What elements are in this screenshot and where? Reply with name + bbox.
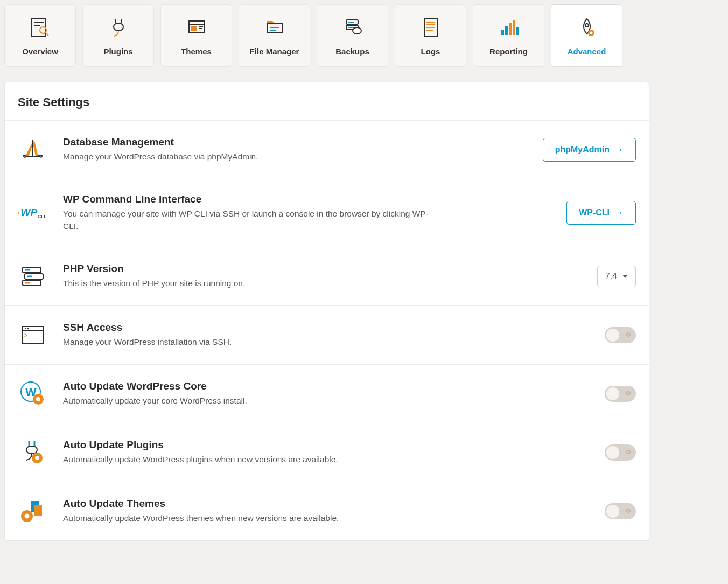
svg-rect-58 xyxy=(34,505,42,516)
button-label: phpMyAdmin xyxy=(555,145,610,155)
svg-rect-52 xyxy=(26,446,37,454)
row-auto-update-themes: Auto Update Themes Automatically update … xyxy=(5,482,649,540)
database-icon xyxy=(18,135,48,165)
row-desc: Manage your WordPress database via phpMy… xyxy=(63,150,440,163)
svg-text:WP: WP xyxy=(20,207,37,218)
toggle-knob xyxy=(606,505,619,518)
row-auto-update-plugins: Auto Update Plugins Automatically update… xyxy=(5,423,649,482)
tab-plugins[interactable]: Plugins xyxy=(82,4,154,67)
tab-backups[interactable]: Backups xyxy=(317,4,388,67)
svg-rect-29 xyxy=(516,27,519,35)
row-desc: Automatically update WordPress themes wh… xyxy=(63,512,440,524)
logs-icon xyxy=(419,16,443,39)
svg-text:>_: >_ xyxy=(24,332,31,338)
row-title: WP Command Line Interface xyxy=(63,193,551,205)
tab-label: Themes xyxy=(181,47,212,56)
svg-point-51 xyxy=(36,397,40,401)
main-tabs: Overview Plugins Themes xyxy=(4,4,724,67)
ssh-toggle[interactable] xyxy=(605,327,636,343)
row-desc: Automatically update your core WordPress… xyxy=(63,394,440,407)
tab-reporting[interactable]: Reporting xyxy=(473,4,544,67)
arrow-right-icon: → xyxy=(614,145,624,155)
phpmyadmin-button[interactable]: phpMyAdmin → xyxy=(543,138,636,162)
row-desc: Automatically update WordPress plugins w… xyxy=(63,453,440,465)
themes-update-toggle[interactable] xyxy=(605,503,636,519)
toggle-knob xyxy=(606,387,619,400)
row-database-management: Database Management Manage your WordPres… xyxy=(5,121,649,179)
plugins-icon xyxy=(107,16,130,39)
row-title: Auto Update Themes xyxy=(63,498,590,510)
file-manager-icon xyxy=(263,16,286,39)
svg-point-46 xyxy=(27,328,29,329)
svg-rect-26 xyxy=(505,26,508,35)
svg-rect-28 xyxy=(513,20,515,35)
row-auto-update-core: W Auto Update WordPress Core Automatical… xyxy=(5,365,649,423)
row-title: Database Management xyxy=(63,136,528,148)
tab-label: Overview xyxy=(22,47,58,56)
tab-advanced[interactable]: Advanced xyxy=(551,4,622,67)
svg-point-32 xyxy=(590,31,592,34)
toggle-knob xyxy=(606,329,619,342)
tab-file-manager[interactable]: File Manager xyxy=(239,4,310,67)
row-title: SSH Access xyxy=(63,322,590,333)
panel-title: Site Settings xyxy=(5,82,649,121)
select-value: 7.4 xyxy=(605,272,617,281)
toggle-indicator-icon xyxy=(626,332,631,337)
caret-down-icon xyxy=(622,275,628,278)
toggle-indicator-icon xyxy=(626,391,631,395)
arrow-right-icon: → xyxy=(614,208,624,218)
core-update-toggle[interactable] xyxy=(605,386,636,402)
svg-text:›: › xyxy=(18,210,20,217)
svg-point-30 xyxy=(585,24,589,27)
site-settings-panel: Site Settings Database Management Manage… xyxy=(4,82,649,541)
tab-label: Backups xyxy=(335,47,369,56)
toggle-indicator-icon xyxy=(626,509,631,513)
plugins-update-toggle[interactable] xyxy=(605,444,636,461)
row-ssh-access: >_ SSH Access Manage your WordPress inst… xyxy=(5,306,649,365)
svg-rect-5 xyxy=(114,23,123,31)
advanced-icon xyxy=(575,16,599,39)
wpcli-button[interactable]: WP-CLI → xyxy=(566,201,636,225)
php-version-icon xyxy=(18,261,48,291)
tab-label: Reporting xyxy=(489,47,528,56)
svg-text:CLI: CLI xyxy=(38,214,45,219)
svg-point-60 xyxy=(25,513,30,518)
tab-overview[interactable]: Overview xyxy=(4,4,76,67)
row-title: PHP Version xyxy=(63,263,582,275)
tab-logs[interactable]: Logs xyxy=(395,4,466,67)
tab-label: Advanced xyxy=(568,47,606,56)
backups-icon xyxy=(341,16,365,39)
tab-themes[interactable]: Themes xyxy=(160,4,232,67)
row-title: Auto Update WordPress Core xyxy=(63,380,590,392)
tab-label: File Manager xyxy=(250,47,299,56)
wordpress-core-icon: W xyxy=(18,379,48,409)
php-version-select[interactable]: 7.4 xyxy=(597,266,636,287)
row-desc: Manage your WordPress installation via S… xyxy=(63,336,440,348)
ssh-icon: >_ xyxy=(18,320,48,350)
svg-rect-10 xyxy=(191,26,197,31)
row-desc: You can manage your site with WP CLI via… xyxy=(63,207,440,233)
toggle-indicator-icon xyxy=(626,450,631,454)
svg-point-45 xyxy=(25,328,26,329)
svg-rect-25 xyxy=(501,30,504,35)
row-desc: This is the version of PHP your site is … xyxy=(63,277,440,289)
reporting-icon xyxy=(497,16,521,39)
overview-icon xyxy=(29,16,52,39)
plugins-update-icon xyxy=(18,437,48,468)
themes-icon xyxy=(185,16,208,39)
row-title: Auto Update Plugins xyxy=(63,439,590,451)
tab-label: Plugins xyxy=(103,47,132,56)
svg-rect-27 xyxy=(509,23,512,35)
svg-point-56 xyxy=(35,456,39,460)
row-php-version: PHP Version This is the version of PHP y… xyxy=(5,247,649,306)
row-wp-cli: › WP CLI WP Command Line Interface You c… xyxy=(5,179,649,247)
tab-label: Logs xyxy=(421,47,440,56)
button-label: WP-CLI xyxy=(579,208,610,218)
toggle-knob xyxy=(606,446,619,459)
wpcli-icon: › WP CLI xyxy=(18,198,48,228)
themes-update-icon xyxy=(18,496,48,526)
